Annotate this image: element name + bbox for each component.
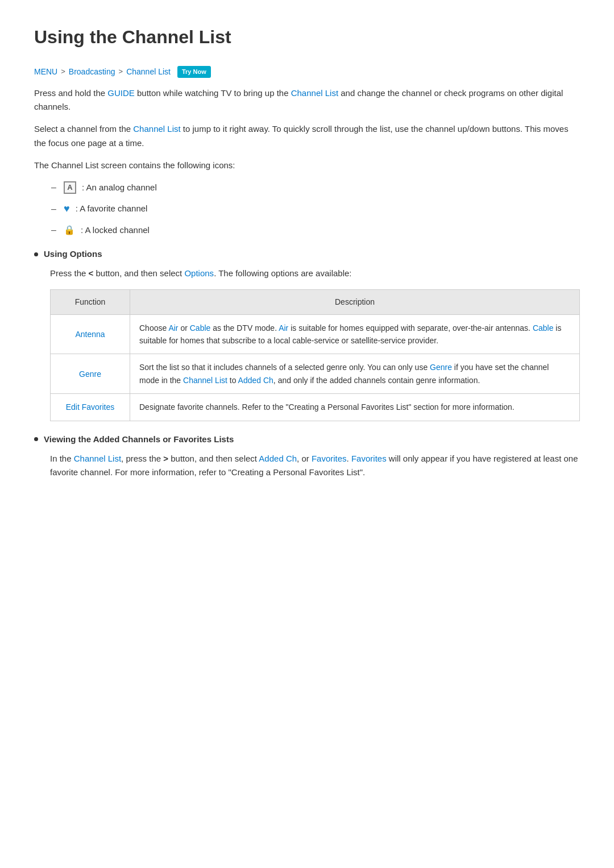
para2-text1: Select a channel from the: [34, 124, 133, 134]
col-function: Function: [51, 290, 130, 314]
chevron-right-icon: >: [163, 454, 168, 463]
favorite-icon: ♥: [64, 201, 70, 217]
air-link-2[interactable]: Air: [279, 323, 288, 333]
favorites-link-1[interactable]: Favorites: [312, 454, 347, 463]
para1-text2: button while watching TV to bring up the: [135, 88, 291, 98]
channel-list-link-1[interactable]: Channel List: [291, 88, 338, 98]
air-link-1[interactable]: Air: [168, 323, 178, 333]
try-now-badge[interactable]: Try Now: [177, 66, 211, 78]
antenna-link[interactable]: Antenna: [75, 330, 105, 339]
options-link[interactable]: Options: [184, 268, 214, 278]
guide-link[interactable]: GUIDE: [107, 88, 135, 98]
table-row: Antenna Choose Air or Cable as the DTV m…: [51, 314, 580, 354]
page-title: Using the Channel List: [34, 23, 580, 52]
channel-list-link-3[interactable]: Channel List: [183, 376, 227, 385]
viewing-text3: button, and then select: [168, 454, 259, 463]
cable-link-2[interactable]: Cable: [533, 323, 554, 333]
options-text3: . The following options are available:: [214, 268, 351, 278]
cable-link-1[interactable]: Cable: [190, 323, 211, 333]
breadcrumb-sep2: >: [119, 66, 123, 78]
table-header-row: Function Description: [51, 290, 580, 314]
viewing-label: Viewing the Added Channels or Favorites …: [44, 433, 234, 446]
viewing-text4: , or: [297, 454, 312, 463]
dash-2: –: [51, 202, 58, 217]
table-row: Edit Favorites Designate favorite channe…: [51, 394, 580, 421]
antenna-description: Choose Air or Cable as the DTV mode. Air…: [130, 314, 580, 354]
lock-icon: 🔒: [64, 223, 75, 238]
using-options-label: Using Options: [44, 247, 102, 261]
breadcrumb-broadcasting[interactable]: Broadcasting: [69, 65, 115, 78]
options-table: Function Description Antenna Choose Air …: [50, 289, 580, 421]
list-item-lock: – 🔒 : A locked channel: [51, 223, 580, 238]
bullet-dot-1: [34, 252, 38, 256]
para1-text1: Press and hold the: [34, 88, 107, 98]
dash-3: –: [51, 223, 58, 238]
added-ch-link-2[interactable]: Added Ch: [259, 454, 297, 463]
using-options-section: Using Options Press the < button, and th…: [34, 247, 580, 280]
icon-list: – A : An analog channel – ♥ : A favorite…: [51, 180, 580, 237]
genre-link[interactable]: Genre: [79, 369, 101, 379]
viewing-section: Viewing the Added Channels or Favorites …: [34, 433, 580, 479]
channel-list-link-2[interactable]: Channel List: [133, 124, 180, 134]
breadcrumb-sep1: >: [61, 66, 65, 78]
viewing-content: In the Channel List, press the > button,…: [50, 452, 580, 479]
analog-desc: : An analog channel: [82, 181, 157, 194]
breadcrumb: MENU > Broadcasting > Channel List Try N…: [34, 65, 580, 78]
table-row: Genre Sort the list so that it includes …: [51, 354, 580, 394]
paragraph-1: Press and hold the GUIDE button while wa…: [34, 86, 580, 115]
breadcrumb-menu[interactable]: MENU: [34, 65, 57, 78]
options-text1: Press the: [50, 268, 89, 278]
paragraph-2: Select a channel from the Channel List t…: [34, 122, 580, 151]
lock-desc: : A locked channel: [81, 223, 150, 237]
edit-favorites-function: Edit Favorites: [51, 394, 130, 421]
genre-link-2[interactable]: Genre: [430, 363, 452, 372]
viewing-text2: , press the: [121, 454, 163, 463]
viewing-para: In the Channel List, press the > button,…: [50, 452, 580, 479]
channel-list-link-4[interactable]: Channel List: [74, 454, 121, 463]
paragraph-3: The Channel List screen contains the fol…: [34, 159, 580, 173]
analog-icon: A: [64, 181, 76, 194]
bullet-dot-2: [34, 437, 38, 441]
using-options-content: Press the < button, and then select Opti…: [50, 267, 580, 280]
dash-1: –: [51, 180, 58, 195]
viewing-header: Viewing the Added Channels or Favorites …: [34, 433, 580, 446]
favorite-desc: : A favorite channel: [76, 202, 148, 215]
viewing-text1: In the: [50, 454, 74, 463]
breadcrumb-channel-list[interactable]: Channel List: [126, 65, 171, 78]
using-options-header: Using Options: [34, 247, 580, 261]
options-text2: button, and then select: [93, 268, 184, 278]
edit-favorites-link[interactable]: Edit Favorites: [66, 402, 115, 412]
chevron-left-icon: <: [89, 268, 94, 278]
genre-description: Sort the list so that it includes channe…: [130, 354, 580, 394]
genre-function: Genre: [51, 354, 130, 394]
added-ch-link-1[interactable]: Added Ch: [238, 376, 273, 385]
edit-favorites-description: Designate favorite channels. Refer to th…: [130, 394, 580, 421]
using-options-para: Press the < button, and then select Opti…: [50, 267, 580, 280]
viewing-text5: .: [347, 454, 351, 463]
list-item-favorite: – ♥ : A favorite channel: [51, 201, 580, 217]
antenna-function: Antenna: [51, 314, 130, 354]
list-item-analog: – A : An analog channel: [51, 180, 580, 195]
favorites-link-2[interactable]: Favorites: [351, 454, 387, 463]
col-description: Description: [130, 290, 580, 314]
